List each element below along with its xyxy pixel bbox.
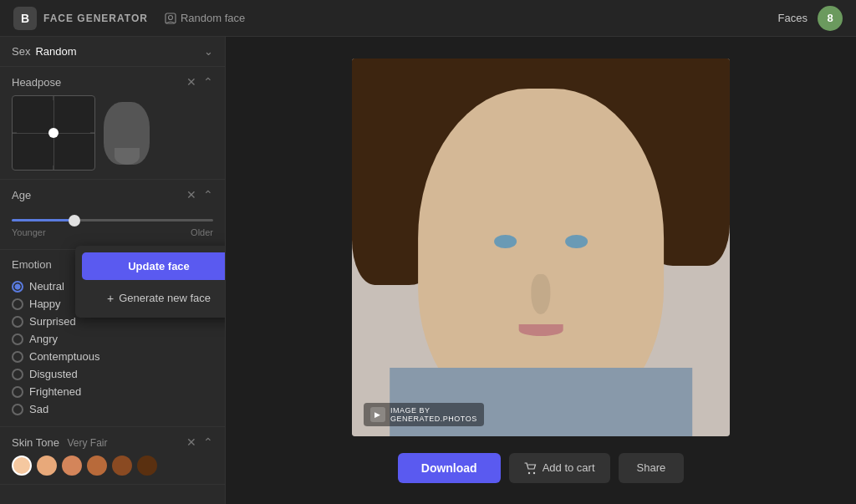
skin-tone-title: Skin Tone Very Fair (12, 436, 186, 449)
headpose-widget (12, 95, 213, 171)
radio-sad (12, 404, 23, 415)
sex-label: Sex (12, 45, 30, 58)
chevron-up-icon[interactable]: ⌃ (203, 188, 213, 201)
tick-left (13, 133, 17, 134)
plus-icon: + (107, 293, 114, 304)
emotion-disgusted[interactable]: Disgusted (12, 365, 213, 383)
watermark-text: IMAGE BY GENERATED.PHOTOS (390, 406, 477, 423)
random-face-label: Random face (181, 12, 245, 24)
sex-selector[interactable]: Sex Random ⌄ (0, 37, 225, 67)
eye-right (565, 235, 587, 248)
action-buttons-panel: Update face + Generate new face (75, 246, 226, 318)
chevron-down-icon: ⌄ (204, 45, 213, 58)
update-face-button[interactable]: Update face (82, 252, 226, 280)
headpose-header: Headpose ✕ ⌃ (12, 75, 213, 89)
emotion-section-wrapper: Emotion Neutral Happy Surprised (0, 250, 225, 427)
radio-neutral (12, 281, 23, 293)
close-icon[interactable]: ✕ (186, 75, 196, 89)
close-icon[interactable]: ✕ (186, 188, 196, 201)
emotion-neutral-label: Neutral (29, 280, 64, 293)
tick-right (90, 133, 94, 134)
chevron-up-icon[interactable]: ⌃ (203, 75, 213, 89)
face-image-wrapper: ▶ IMAGE BY GENERATED.PHOTOS (352, 59, 730, 436)
radio-happy (12, 298, 23, 310)
age-controls: ✕ ⌃ (186, 188, 213, 201)
generate-face-label: Generate new face (119, 292, 211, 304)
radio-surprised (12, 316, 23, 328)
add-to-cart-button[interactable]: Add to cart (509, 453, 610, 483)
emotion-happy-label: Happy (29, 298, 61, 310)
download-button[interactable]: Download (398, 453, 501, 483)
cart-icon (524, 461, 538, 475)
generate-face-button[interactable]: + Generate new face (82, 285, 226, 311)
emotion-frightened[interactable]: Frightened (12, 383, 213, 400)
svg-point-1 (168, 15, 172, 19)
skin-swatch-5[interactable] (112, 456, 132, 476)
age-slider-container: Younger Older (12, 208, 213, 241)
sidebar: Sex Random ⌄ Headpose ✕ ⌃ (0, 37, 226, 504)
faces-link[interactable]: Faces (778, 12, 808, 24)
emotion-sad-label: Sad (29, 403, 48, 415)
eye-left (494, 235, 516, 248)
tick-bottom (54, 165, 54, 170)
skin-tone-section: Skin Tone Very Fair ✕ ⌃ (0, 427, 225, 485)
skin-swatch-3[interactable] (62, 456, 82, 476)
skin-swatch-4[interactable] (87, 456, 107, 476)
age-section: Age ✕ ⌃ Younger Older (0, 180, 225, 250)
nose (531, 274, 551, 314)
user-avatar[interactable]: 8 (818, 6, 843, 31)
bottom-bar: Download Add to cart Share (398, 453, 684, 483)
emotion-sad[interactable]: Sad (12, 400, 213, 418)
headpose-section: Headpose ✕ ⌃ (0, 67, 225, 180)
emotion-disgusted-label: Disgusted (29, 368, 78, 380)
headpose-controls: ✕ ⌃ (186, 75, 213, 89)
cart-label: Add to cart (543, 461, 595, 474)
skin-swatch-2[interactable] (37, 456, 57, 476)
content-area: ▶ IMAGE BY GENERATED.PHOTOS Download Add… (226, 37, 856, 504)
age-header: Age ✕ ⌃ (12, 188, 213, 201)
emotion-contemptuous[interactable]: Contemptuous (12, 348, 213, 365)
app-title: FACE GENERATOR (43, 13, 148, 24)
age-slider[interactable] (12, 219, 213, 221)
emotion-frightened-label: Frightened (29, 385, 81, 398)
radio-frightened (12, 386, 23, 398)
headpose-grid[interactable] (12, 95, 95, 171)
main-layout: Sex Random ⌄ Headpose ✕ ⌃ (0, 37, 856, 504)
tick-top (54, 96, 54, 100)
head-3d-preview (104, 102, 150, 165)
younger-label: Younger (12, 227, 46, 237)
older-label: Older (191, 227, 213, 237)
skin-tone-header: Skin Tone Very Fair ✕ ⌃ (12, 435, 213, 449)
svg-point-3 (532, 471, 534, 473)
radio-disgusted (12, 369, 23, 380)
headpose-title: Headpose (12, 76, 186, 89)
play-icon: ▶ (370, 407, 385, 422)
skin-tone-value: Very Fair (67, 437, 107, 449)
mouth (519, 324, 563, 336)
radio-angry (12, 333, 23, 345)
skin-tone-swatches (12, 456, 213, 476)
sex-value: Random (35, 45, 76, 58)
random-face-nav[interactable]: Random face (165, 12, 245, 24)
watermark: ▶ IMAGE BY GENERATED.PHOTOS (364, 403, 484, 426)
close-icon[interactable]: ✕ (186, 435, 196, 449)
chevron-up-icon[interactable]: ⌃ (203, 435, 213, 449)
headpose-dot[interactable] (48, 128, 59, 138)
share-button[interactable]: Share (619, 453, 685, 483)
age-title: Age (12, 189, 186, 201)
skin-swatch-1[interactable] (12, 456, 32, 476)
emotion-angry[interactable]: Angry (12, 330, 213, 348)
emotion-surprised-label: Surprised (29, 315, 76, 328)
radio-contemptuous (12, 351, 23, 363)
skin-tone-controls: ✕ ⌃ (186, 435, 213, 449)
face-image: ▶ IMAGE BY GENERATED.PHOTOS (352, 59, 730, 436)
app-logo: B (13, 7, 37, 30)
svg-point-2 (527, 471, 529, 473)
emotion-angry-label: Angry (29, 333, 58, 345)
app-header: B FACE GENERATOR Random face Faces 8 (0, 0, 856, 37)
age-labels: Younger Older (12, 227, 213, 237)
random-face-icon (165, 13, 176, 24)
skin-swatch-6[interactable] (137, 456, 157, 476)
emotion-contemptuous-label: Contemptuous (29, 350, 100, 363)
